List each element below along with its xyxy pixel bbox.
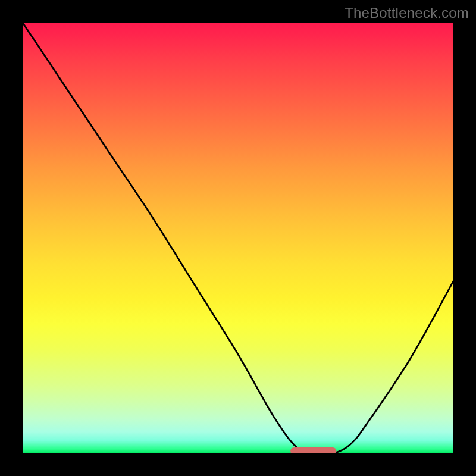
watermark-text: TheBottleneck.com — [345, 5, 469, 21]
bottleneck-curve — [23, 23, 453, 453]
plot-area — [23, 23, 453, 453]
chart-frame: TheBottleneck.com — [0, 0, 476, 476]
curve-layer — [23, 23, 453, 453]
